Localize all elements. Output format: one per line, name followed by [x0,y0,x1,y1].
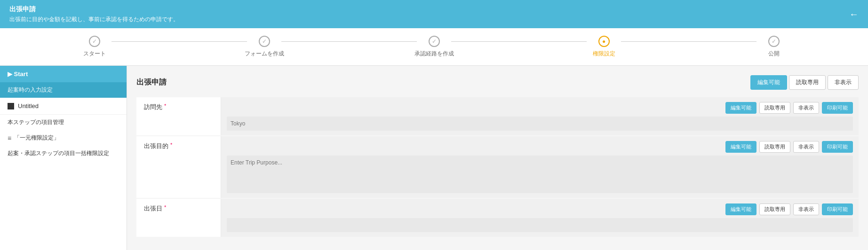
field-input-col-date: 編集可能 読取専用 非表示 印刷可能 [221,199,859,237]
field-btn-hidden-purpose[interactable]: 非表示 [793,141,819,153]
field-btn-hidden-date[interactable]: 非表示 [793,203,819,215]
step-approval-route-circle: ✓ [429,36,440,47]
main-layout: ▶ Start 起案時の入力設定 Untitled 本ステップの項目管理 ≡ 「… [0,66,868,250]
square-icon [8,103,14,109]
required-mark-date: * [164,204,166,210]
step-permission-circle: ● [598,36,610,47]
step-create-form-label: フォームを作成 [245,50,284,58]
field-input-visit[interactable] [227,117,853,131]
step-create-form[interactable]: ✓ フォームを作成 [179,36,349,58]
sidebar-manage-label: 本ステップの項目管理 [8,118,64,126]
sidebar-item-manage[interactable]: 本ステップの項目管理 [0,115,127,130]
step-create-form-circle: ✓ [259,36,270,47]
header-btn-hidden[interactable]: 非表示 [828,75,859,90]
form-header-buttons: 編集可能 読取専用 非表示 [750,75,859,90]
step-publish-circle: ✓ [768,36,780,47]
field-visit-text: 訪問先 [144,103,162,111]
sidebar-item-untitled[interactable]: Untitled [0,98,127,115]
content-area: 出張申請 編集可能 読取専用 非表示 訪問先 * 編集可能 読取専用 非表示 印… [127,66,868,250]
step-permission-label: 権限設定 [593,50,615,58]
field-date-text: 出張日 [144,204,162,213]
field-label-date: 出張日 * [136,199,221,237]
field-controls-visit: 編集可能 読取専用 非表示 印刷可能 [227,102,853,114]
field-label-visit: 訪問先 * [136,97,221,135]
sidebar-item-unified[interactable]: ≡ 「一元権限設定」 [0,130,127,146]
sidebar-untitled-label: Untitled [18,102,39,109]
field-input-date[interactable] [227,218,853,232]
required-mark-visit: * [164,103,166,109]
header-text: 出張申請 出張前に目的や金額を記載し、事前に承認を得るための申請です。 [9,5,179,23]
field-btn-readonly-purpose[interactable]: 読取専用 [759,141,790,153]
step-start-circle: ✓ [89,36,100,47]
sidebar-start-label: ▶ Start [8,70,28,78]
sidebar-start[interactable]: ▶ Start [0,66,127,82]
field-row-purpose: 出張目的 * 編集可能 読取専用 非表示 印刷可能 [136,136,859,198]
field-btn-hidden-visit[interactable]: 非表示 [793,102,819,114]
sidebar: ▶ Start 起案時の入力設定 Untitled 本ステップの項目管理 ≡ 「… [0,66,127,250]
sidebar-section-title: 起案時の入力設定 [0,82,127,98]
sidebar-batch-label: 起案・承認ステップの項目一括権限設定 [8,149,109,157]
field-btn-readonly-date[interactable]: 読取専用 [759,203,790,215]
field-input-col-visit: 編集可能 読取専用 非表示 印刷可能 [221,97,859,135]
list-icon: ≡ [8,134,11,142]
step-permission[interactable]: ● 権限設定 [519,36,689,58]
header-btn-editable[interactable]: 編集可能 [750,75,787,90]
field-textarea-purpose[interactable] [227,156,853,193]
field-btn-print-purpose[interactable]: 印刷可能 [822,141,853,153]
sidebar-item-batch[interactable]: 起案・承認ステップの項目一括権限設定 [0,146,127,161]
app-header: 出張申請 出張前に目的や金額を記載し、事前に承認を得るための申請です。 ← [0,0,868,28]
field-purpose-text: 出張目的 [144,142,168,150]
field-row-visit: 訪問先 * 編集可能 読取専用 非表示 印刷可能 [136,97,859,135]
step-approval-route-label: 承認経路を作成 [414,50,454,58]
step-approval-route[interactable]: ✓ 承認経路を作成 [349,36,519,58]
required-mark-purpose: * [170,142,172,148]
header-title: 出張申請 [9,5,179,14]
field-btn-editable-visit[interactable]: 編集可能 [725,102,757,114]
field-btn-editable-purpose[interactable]: 編集可能 [725,141,757,153]
header-btn-readonly[interactable]: 読取専用 [789,75,826,90]
field-controls-purpose: 編集可能 読取専用 非表示 印刷可能 [227,141,853,153]
field-btn-editable-date[interactable]: 編集可能 [725,203,757,215]
field-btn-readonly-visit[interactable]: 読取専用 [759,102,790,114]
steps-bar: ✓ スタート ✓ フォームを作成 ✓ 承認経路を作成 ● 権限設定 ✓ 公開 [0,28,868,66]
field-input-col-purpose: 編集可能 読取専用 非表示 印刷可能 [221,136,859,198]
form-title: 出張申請 [136,78,167,87]
field-btn-print-date[interactable]: 印刷可能 [822,203,853,215]
field-controls-date: 編集可能 読取専用 非表示 印刷可能 [227,203,853,215]
header-subtitle: 出張前に目的や金額を記載し、事前に承認を得るための申請です。 [9,16,179,23]
step-start-label: スタート [83,50,106,58]
form-header: 出張申請 編集可能 読取専用 非表示 [136,75,859,90]
field-label-purpose: 出張目的 * [136,136,221,198]
back-button[interactable]: ← [849,9,859,20]
step-publish[interactable]: ✓ 公開 [689,36,859,58]
step-start[interactable]: ✓ スタート [9,36,179,58]
field-row-date: 出張日 * 編集可能 読取専用 非表示 印刷可能 [136,199,859,237]
sidebar-unified-label: 「一元権限設定」 [14,134,59,142]
step-publish-label: 公開 [768,50,780,58]
field-btn-print-visit[interactable]: 印刷可能 [822,102,853,114]
